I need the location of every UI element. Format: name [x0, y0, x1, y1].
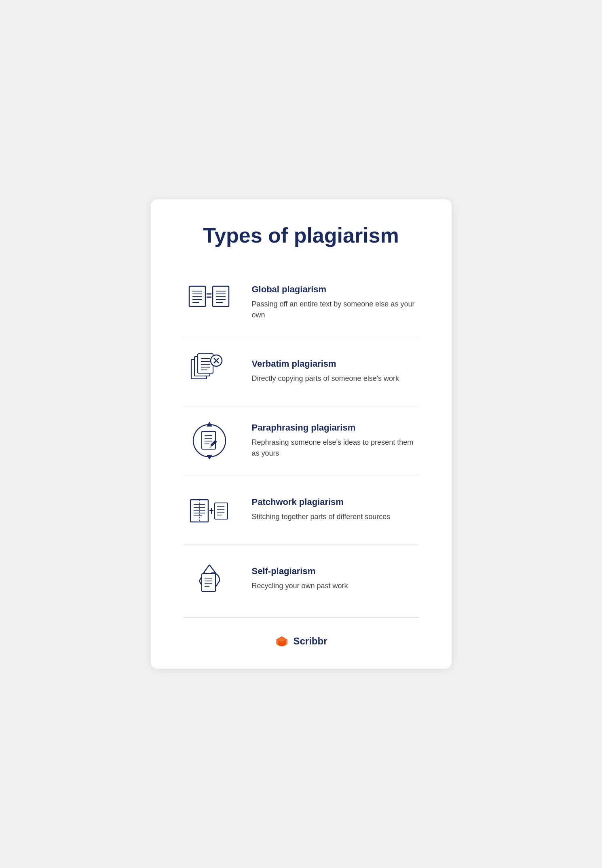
self-plagiarism-icon [183, 557, 236, 601]
paraphrasing-plagiarism-content: Paraphrasing plagiarism Rephrasing someo… [252, 422, 419, 459]
verbatim-plagiarism-title: Verbatim plagiarism [252, 359, 419, 369]
patchwork-plagiarism-description: Stitching together parts of different so… [252, 511, 419, 522]
verbatim-plagiarism-content: Verbatim plagiarism Directly copying par… [252, 359, 419, 384]
scribbr-logo-icon [275, 634, 289, 648]
self-plagiarism-title: Self-plagiarism [252, 566, 419, 577]
verbatim-plagiarism-description: Directly copying parts of someone else's… [252, 373, 419, 384]
scribbr-logo: Scribbr [275, 634, 327, 648]
svg-rect-27 [202, 431, 215, 449]
list-item: Paraphrasing plagiarism Rephrasing someo… [183, 406, 419, 475]
verbatim-plagiarism-icon [183, 349, 236, 394]
svg-marker-25 [207, 422, 212, 427]
svg-rect-49 [202, 574, 215, 591]
list-item: Patchwork plagiarism Stitching together … [183, 475, 419, 545]
footer: Scribbr [183, 634, 419, 648]
footer-brand-name: Scribbr [293, 636, 327, 647]
paraphrasing-plagiarism-title: Paraphrasing plagiarism [252, 422, 419, 433]
items-list: Global plagiarism Passing off an entire … [183, 268, 419, 613]
self-plagiarism-content: Self-plagiarism Recycling your own past … [252, 566, 419, 591]
page-title: Types of plagiarism [183, 224, 419, 248]
global-plagiarism-title: Global plagiarism [252, 284, 419, 295]
global-plagiarism-description: Passing off an entire text by someone el… [252, 299, 419, 321]
patchwork-plagiarism-title: Patchwork plagiarism [252, 497, 419, 507]
paraphrasing-plagiarism-description: Rephrasing someone else's ideas to prese… [252, 437, 419, 459]
self-plagiarism-description: Recycling your own past work [252, 581, 419, 591]
global-plagiarism-icon [183, 280, 236, 325]
list-item: Self-plagiarism Recycling your own past … [183, 545, 419, 613]
patchwork-plagiarism-content: Patchwork plagiarism Stitching together … [252, 497, 419, 522]
footer-divider [183, 617, 419, 618]
global-plagiarism-content: Global plagiarism Passing off an entire … [252, 284, 419, 321]
svg-marker-26 [207, 455, 212, 460]
main-card: Types of plagiarism [151, 199, 452, 669]
patchwork-plagiarism-icon [183, 488, 236, 532]
svg-rect-44 [215, 503, 228, 519]
paraphrasing-plagiarism-icon [183, 418, 236, 463]
list-item: Global plagiarism Passing off an entire … [183, 268, 419, 337]
list-item: Verbatim plagiarism Directly copying par… [183, 337, 419, 406]
